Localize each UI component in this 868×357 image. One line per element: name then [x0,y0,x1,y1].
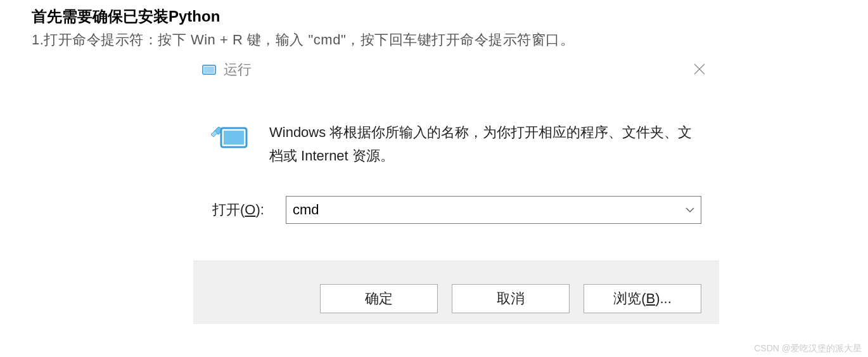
watermark: CSDN @爱吃汉堡的派大星 [754,343,862,354]
dialog-title-bar: 运行 [193,56,719,84]
open-input[interactable] [286,196,701,224]
svg-rect-5 [224,131,244,145]
dialog-description: Windows 将根据你所输入的名称，为你打开相应的程序、文件夹、文档或 Int… [269,120,694,168]
run-large-icon [210,120,249,153]
browse-button[interactable]: 浏览(B)... [584,284,701,313]
cancel-button[interactable]: 取消 [452,284,570,313]
svg-rect-1 [204,67,214,73]
dialog-title: 运行 [224,60,252,79]
open-row: 打开(O): [193,168,719,237]
open-combobox[interactable] [286,196,701,224]
article-instruction: 1.打开命令提示符：按下 Win + R 键，输入 "cmd"，按下回车键打开命… [32,30,836,49]
run-small-icon [202,63,216,77]
ok-button[interactable]: 确定 [320,284,438,313]
dialog-footer: 确定 取消 浏览(B)... [193,261,719,324]
article-heading: 首先需要确保已安装Python [32,6,836,27]
open-label: 打开(O): [212,200,276,219]
run-dialog: 运行 Windows 将根据你所输入的名称，为你打开相应的程序、文件夹、文档或 … [193,56,719,324]
close-icon[interactable] [691,61,708,77]
dialog-body: Windows 将根据你所输入的名称，为你打开相应的程序、文件夹、文档或 Int… [193,84,719,168]
